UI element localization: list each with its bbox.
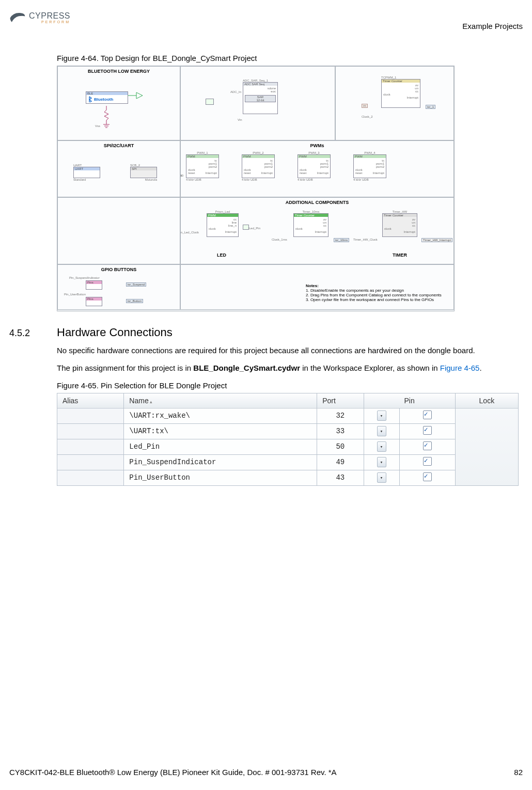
cell-pin: 32 (317, 408, 364, 423)
bluetooth-icon (88, 96, 93, 102)
lock-checkbox[interactable] (423, 426, 432, 435)
logo-tagline: PERFORM (29, 20, 70, 24)
ble-chip: BLE Bluetooth (86, 91, 128, 104)
section-number: 4.5.2 (9, 328, 57, 339)
cell-pin: 43 (317, 470, 364, 485)
diagram-gpio-title: GPIO BUTTONS (58, 267, 180, 272)
col-alias[interactable]: Alias (57, 393, 124, 408)
pin-dropdown[interactable]: ▾ (377, 410, 386, 421)
lock-checkbox[interactable] (423, 410, 432, 419)
cell-alias (57, 470, 124, 485)
lock-checkbox[interactable] (423, 457, 432, 466)
figure-65-caption: Figure 4-65. Pin Selection for BLE Dongl… (57, 381, 523, 390)
diagram-pwms-title: PWMs (181, 143, 453, 148)
col-pin[interactable]: Pin (364, 393, 455, 408)
table-row: \UART:tx\33▾ (57, 423, 519, 439)
cell-pin: 50 (317, 439, 364, 454)
cell-lock (399, 454, 455, 470)
pin-dropdown-cell: ▾ (364, 408, 399, 423)
page-header: CYPRESS PERFORM Example Projects (9, 10, 523, 30)
diagram-addl-title: ADDITIONAL COMPONENTS (181, 200, 453, 205)
cell-lock (399, 470, 455, 485)
cell-pin: 49 (317, 454, 364, 470)
cell-alias (57, 408, 124, 423)
cell-lock (399, 439, 455, 454)
table-row: Pin_UserButton43▾ (57, 470, 519, 485)
pin-dropdown-cell: ▾ (364, 454, 399, 470)
diagram-spi-title: SPI/I2C/UART (58, 143, 180, 148)
cell-name: Pin_SuspendIndicator (124, 454, 317, 470)
page-footer: CY8CKIT-042-BLE Bluetooth® Low Energy (B… (9, 768, 523, 777)
pin-dropdown[interactable]: ▾ (377, 457, 386, 467)
cell-name: \UART:rx_wake\ (124, 408, 317, 423)
section-title: Hardware Connections (57, 326, 173, 339)
cell-name: Led_Pin (124, 439, 317, 454)
pin-dropdown[interactable]: ▾ (377, 472, 386, 483)
table-row: Led_Pin50▾ (57, 439, 519, 454)
cell-alias (57, 439, 124, 454)
footer-page: 82 (514, 768, 523, 777)
col-name[interactable]: Name (124, 393, 317, 408)
pin-dropdown[interactable]: ▾ (377, 426, 386, 436)
chapter-title: Example Projects (462, 22, 523, 30)
cell-lock (399, 408, 455, 423)
col-port[interactable]: Port (317, 393, 364, 408)
paragraph-2: The pin assignment for this project is i… (57, 363, 523, 373)
cell-name: Pin_UserButton (124, 470, 317, 485)
pin-dropdown-cell: ▾ (364, 423, 399, 439)
cell-pin: 33 (317, 423, 364, 439)
table-row: Pin_SuspendIndicator49▾ (57, 454, 519, 470)
cell-name: \UART:tx\ (124, 423, 317, 439)
section-heading: 4.5.2 Hardware Connections (9, 326, 523, 339)
figure-65-link[interactable]: Figure 4-65 (440, 364, 480, 372)
cypress-swoosh-icon (9, 10, 26, 25)
cell-alias (57, 423, 124, 439)
cell-alias (57, 454, 124, 470)
pin-dropdown-cell: ▾ (364, 439, 399, 454)
table-row: \UART:rx_wake\32▾ (57, 408, 519, 423)
top-design-diagram: BLUETOOTH LOW ENERGY BLE Bluetooth (57, 66, 455, 311)
footer-doc: CY8CKIT-042-BLE Bluetooth® Low Energy (B… (9, 768, 337, 777)
col-lock[interactable]: Lock (455, 393, 518, 408)
lock-checkbox[interactable] (423, 441, 432, 450)
paragraph-1: No specific hardware connections are req… (57, 345, 523, 356)
lock-checkbox[interactable] (423, 472, 432, 481)
figure-64-caption: Figure 4-64. Top Design for BLE_Dongle_C… (57, 54, 523, 62)
svg-point-0 (20, 14, 22, 16)
cell-lock (399, 423, 455, 439)
resistor-ground-icon (101, 106, 112, 130)
logo-text: CYPRESS (29, 12, 70, 20)
diagram-ble-title: BLUETOOTH LOW ENERGY (58, 69, 180, 74)
antenna-icon (128, 90, 144, 108)
pin-dropdown-cell: ▾ (364, 470, 399, 485)
pin-selection-table: Alias Name Port Pin Lock \UART:rx_wake\3… (57, 393, 519, 486)
pin-dropdown[interactable]: ▾ (377, 441, 386, 452)
logo: CYPRESS PERFORM (9, 10, 70, 25)
